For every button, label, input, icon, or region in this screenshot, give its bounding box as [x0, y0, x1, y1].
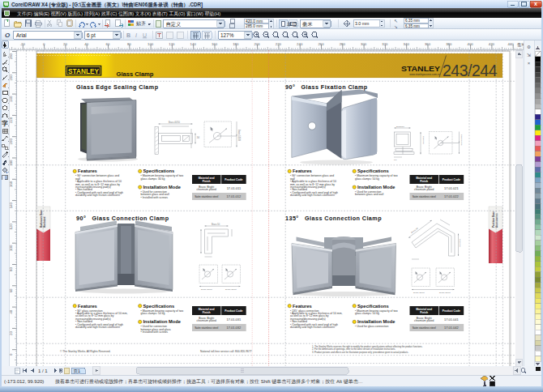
svg-text:Specifications: Specifications	[357, 304, 389, 309]
svg-text:17.01.031: 17.01.031	[227, 317, 242, 322]
svg-text:chromium plated: chromium plated	[414, 188, 434, 191]
svg-text:200: 200	[9, 138, 13, 145]
svg-text:Product Code: Product Code	[443, 178, 460, 181]
svg-text:Glass Edge Sealing Clamp: Glass Edge Sealing Clamp	[76, 83, 159, 91]
svg-text:Brass:50: Brass:50	[422, 136, 425, 144]
svg-text:240: 240	[9, 96, 13, 102]
svg-text:380: 380	[446, 42, 452, 46]
svg-text:243/244: 243/244	[443, 62, 498, 79]
svg-text:17.01.041: 17.01.041	[444, 317, 460, 322]
svg-text:durability and high friction c: durability and high friction coefficient	[75, 194, 120, 197]
svg-text:U: U	[143, 32, 147, 38]
svg-text:Brass:40/50: Brass:40/50	[169, 121, 180, 124]
svg-text:⇲: ⇲	[527, 53, 531, 58]
svg-text:17.01.012: 17.01.012	[227, 194, 242, 198]
svg-text:chromium plated: chromium plated	[197, 319, 217, 322]
svg-text:3. Product pictures and effect: 3. Product pictures and effects are for …	[312, 351, 408, 354]
svg-text:Brass; Bright: Brass; Bright	[225, 288, 237, 291]
svg-text:(-173.012, 99.920): (-173.012, 99.920)	[4, 379, 44, 384]
svg-text:STANLEY: STANLEY	[68, 67, 99, 75]
svg-text:160: 160	[212, 42, 218, 46]
svg-text:Hardware: Hardware	[43, 216, 46, 228]
svg-text:60: 60	[9, 288, 13, 292]
svg-text:• Installed with screws: • Installed with screws	[141, 330, 169, 334]
svg-text:140: 140	[190, 42, 197, 46]
svg-text:Finish: Finish	[420, 180, 428, 183]
svg-text:Brass:50: Brass:50	[212, 223, 220, 226]
svg-text:接着单击可进行推动或缩放操作；再单击可旋转或倾斜操作；挑选工: 接着单击可进行推动或缩放操作；再单击可旋转或倾斜操作；挑选工具：可选择所有对象；…	[55, 378, 363, 385]
svg-text:135° Glass Connection Clamp: 135° Glass Connection Clamp	[285, 215, 382, 222]
svg-text:Installation Mode: Installation Mode	[143, 319, 181, 324]
svg-text:17.01.032: 17.01.032	[227, 326, 242, 330]
svg-text:17.01.022: 17.01.022	[444, 194, 460, 198]
svg-text:between glass and wall: between glass and wall	[355, 193, 383, 196]
svg-text:280: 280	[9, 53, 13, 59]
svg-text:20: 20	[63, 42, 67, 46]
svg-text:20: 20	[9, 331, 13, 335]
svg-text:glass clamps: 50 kg: glass clamps: 50 kg	[141, 312, 165, 315]
svg-text:6.35 mm: 6.35 mm	[405, 19, 420, 23]
svg-text:glass clamps: 50 kg: glass clamps: 50 kg	[355, 177, 379, 181]
svg-text:3.0 mm: 3.0 mm	[355, 21, 369, 26]
svg-text:Arial: Arial	[16, 32, 27, 38]
svg-text:glass clamps: 50 kg: glass clamps: 50 kg	[355, 312, 379, 315]
svg-text:420: 420	[489, 42, 495, 46]
svg-text:Features: Features	[293, 304, 312, 309]
svg-text:durability and high friction c: durability and high friction coefficient	[290, 326, 335, 329]
svg-text:-20: -20	[20, 42, 26, 46]
svg-text:glass clamps: 30 kg: glass clamps: 30 kg	[141, 177, 165, 181]
svg-text:320: 320	[382, 42, 388, 46]
svg-text:120: 120	[169, 42, 175, 46]
svg-text:6 pt: 6 pt	[87, 32, 96, 39]
svg-text:Satin stainless steel: Satin stainless steel	[413, 326, 436, 330]
svg-text:40: 40	[84, 42, 88, 46]
svg-text:220: 220	[9, 117, 13, 123]
svg-text:140: 140	[9, 202, 13, 209]
svg-text:120: 120	[9, 224, 13, 230]
svg-text:• 90° connection between glas: • 90° connection between glass and	[290, 174, 334, 177]
svg-text:自定义: 自定义	[166, 21, 182, 28]
svg-text:Product Code: Product Code	[443, 309, 460, 313]
svg-text:• 90° connection between glas: • 90° connection between glass and	[75, 174, 119, 177]
svg-text:285.0 mm: 285.0 mm	[246, 24, 263, 28]
svg-text:100: 100	[9, 245, 13, 251]
svg-text:Glass Clamp: Glass Clamp	[117, 70, 154, 78]
svg-text:• Used for glass connection: • Used for glass connection	[355, 325, 388, 328]
svg-text:17.01.021: 17.01.021	[444, 186, 460, 190]
svg-text:6.35 mm: 6.35 mm	[405, 24, 420, 28]
svg-text:Features: Features	[78, 168, 97, 173]
svg-text:1 / 1: 1 / 1	[38, 369, 48, 373]
svg-text:Brass; Bright: Brass; Bright	[201, 288, 212, 291]
svg-text:© The Stanley Works. All Right: © The Stanley Works. All Rights Reserved…	[60, 350, 111, 353]
svg-text:www.stanleyaccess.com.cn: www.stanleyaccess.com.cn	[409, 73, 440, 76]
svg-text:Brass:50: Brass:50	[459, 239, 461, 247]
svg-text:Brass:52/28: Brass:52/28	[237, 130, 241, 141]
svg-text:Brass:52/28: Brass:52/28	[460, 134, 463, 146]
svg-text:Installation Mode: Installation Mode	[357, 319, 395, 324]
svg-text:260: 260	[9, 75, 13, 81]
svg-text:Brass:50: Brass:50	[396, 126, 404, 128]
svg-text:340: 340	[404, 42, 410, 46]
svg-text:17.01.011: 17.01.011	[227, 186, 242, 190]
svg-text:90° Glass Fixation Clamp: 90° Glass Fixation Clamp	[285, 83, 368, 91]
svg-text:60: 60	[106, 42, 110, 46]
svg-text:页1: 页1	[74, 369, 81, 373]
svg-text:durability and high friction c: durability and high friction coefficient	[290, 194, 335, 197]
svg-text:↘: ↘	[394, 24, 398, 29]
svg-text:x: x	[534, 1, 537, 6]
svg-text:180: 180	[233, 42, 239, 46]
svg-text:200: 200	[254, 42, 261, 46]
svg-text:单位:: 单位:	[287, 21, 298, 27]
svg-text:Satin stainless steel: Satin stainless steel	[195, 195, 218, 198]
svg-text:chromium plated: chromium plated	[197, 188, 217, 191]
svg-text:Finish: Finish	[203, 180, 211, 183]
svg-text:文件(F) 编辑(E) 视图(V) 版面(L) 排列(A): 文件(F) 编辑(E) 视图(V) 版面(L) 排列(A) 效果(C) 位图(B…	[17, 11, 220, 17]
svg-text:↖: ↖	[394, 19, 398, 23]
svg-text:Finish: Finish	[420, 311, 428, 314]
svg-text:8.5: 8.5	[394, 159, 397, 161]
svg-text:chromium plated: chromium plated	[414, 319, 434, 322]
svg-text:80: 80	[127, 42, 131, 46]
svg-text:180: 180	[9, 160, 13, 166]
svg-text:CorelDRAW X4 (专业版) - [G:\五金画册（: CorelDRAW X4 (专业版) - [G:\五金画册（英文）\转曲\EN0…	[11, 2, 203, 8]
svg-text:127%: 127%	[220, 32, 234, 38]
